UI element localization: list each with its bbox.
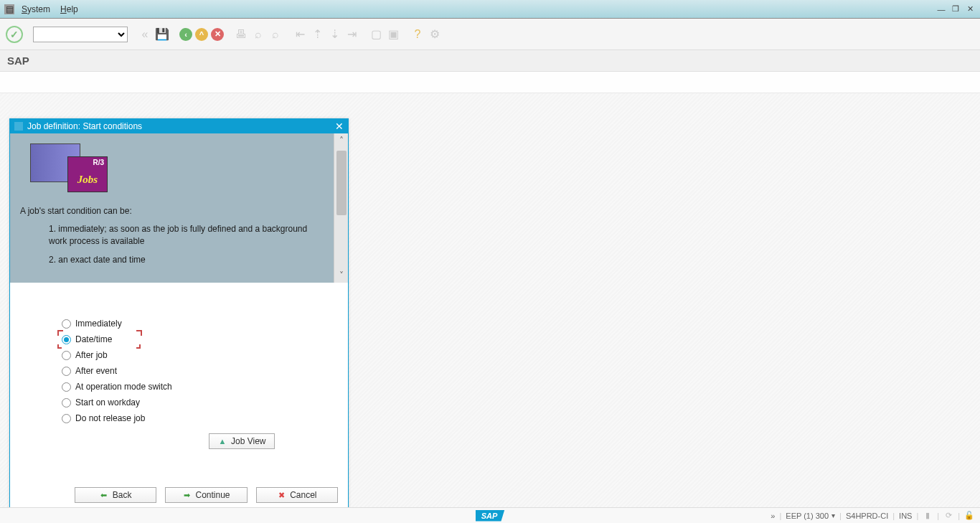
status-signal-icon: ▮ (923, 511, 933, 521)
toolbar: ✓ « 💾 ‹ ^ ✕ 🖶 ⌕ ⌕ ⇤ ⇡ ⇣ ⇥ ▢ ▣ ? ⚙ (0, 19, 980, 50)
enter-button[interactable]: ✓ (6, 26, 23, 43)
dialog-button-row: ⬅ Back ➡ Continue ✖ Cancel (10, 487, 348, 503)
status-more[interactable]: » (771, 512, 775, 520)
back-label: Back (113, 490, 132, 500)
status-mode: INS (899, 512, 912, 520)
info-graphic: R/3 Jobs (20, 141, 106, 192)
cancel-label: Cancel (290, 490, 316, 500)
menu-system[interactable]: System (22, 4, 50, 14)
cancel-button[interactable]: ✖ Cancel (256, 487, 338, 503)
radio-after-event[interactable]: After event (62, 363, 305, 379)
info-panel: R/3 Jobs A job's start condition can be:… (10, 133, 348, 283)
radio-label-afterevent: After event (75, 366, 117, 376)
info-heading: A job's start condition can be: (20, 205, 324, 217)
radio-after-job[interactable]: After job (62, 347, 305, 363)
continue-arrow-icon: ➡ (182, 491, 191, 499)
statusbar: SAP » | EEP (1) 300 ▾ | S4HPRD-CI | INS … (0, 507, 980, 523)
radio-label-opmode: At operation mode switch (75, 382, 172, 392)
status-sync-icon: ⟳ (943, 511, 953, 521)
scroll-up-icon[interactable]: ˄ (334, 133, 348, 148)
exit-icon[interactable]: ^ (195, 28, 208, 41)
radio-label-immediately: Immediately (75, 319, 122, 329)
graphic-jobs-label: Jobs (68, 168, 107, 192)
dialog-title-text: Job definition: Start conditions (27, 121, 142, 131)
back-arrow-icon: ⬅ (100, 491, 108, 499)
radio-datetime[interactable]: Date/time (62, 331, 305, 347)
cancel-x-icon: ✖ (277, 491, 286, 499)
dialog-job-start-conditions: Job definition: Start conditions ✕ R/3 J… (9, 118, 349, 509)
cancel-icon[interactable]: ✕ (211, 28, 224, 41)
dialog-close-button[interactable]: ✕ (335, 121, 344, 132)
print-icon[interactable]: 🖶 (234, 27, 248, 42)
radio-group: Immediately Date/time After job After ev… (10, 283, 348, 456)
radio-immediately[interactable]: Immediately (62, 316, 305, 331)
radio-label-datetime: Date/time (75, 334, 112, 344)
job-view-icon: ▲ (218, 437, 227, 446)
radio-label-afterjob: After job (75, 350, 108, 360)
next-page-icon[interactable]: ⇣ (327, 27, 341, 42)
dialog-icon (14, 122, 23, 131)
radio-label-norelease: Do not release job (75, 413, 145, 423)
minimize-button[interactable]: — (936, 4, 947, 14)
status-lock-icon: 🔓 (964, 511, 974, 521)
info-item-1: 1. immediately; as soon as the job is fu… (49, 223, 324, 248)
find-icon[interactable]: ⌕ (251, 27, 265, 42)
shortcut-icon[interactable]: ▣ (386, 27, 400, 42)
job-view-label: Job View (231, 436, 265, 446)
status-host: S4HPRD-CI (846, 512, 888, 520)
find-next-icon[interactable]: ⌕ (268, 27, 283, 42)
back-icon[interactable]: ‹ (179, 28, 192, 41)
chevron-down-icon[interactable]: ▾ (831, 512, 835, 519)
customize-icon[interactable]: ⚙ (428, 27, 442, 42)
first-page-icon[interactable]: ⇤ (293, 27, 307, 42)
help-icon[interactable]: ? (410, 27, 425, 42)
new-session-icon[interactable]: ▢ (369, 27, 383, 42)
radio-label-workday: Start on workday (75, 397, 140, 407)
radio-norelease[interactable]: Do not release job (62, 410, 305, 426)
restore-button[interactable]: ❐ (950, 4, 961, 14)
prev-page-icon[interactable]: ⇡ (310, 27, 324, 42)
sub-toolbar (0, 72, 980, 93)
sap-logo: SAP (476, 510, 505, 522)
save-icon[interactable]: 💾 (155, 27, 169, 42)
scroll-down-icon[interactable]: ˅ (334, 268, 348, 283)
info-item-2: 2. an exact date and time (49, 254, 324, 266)
close-window-button[interactable]: ✕ (964, 4, 976, 14)
radio-opmode[interactable]: At operation mode switch (62, 379, 305, 395)
back-button[interactable]: ⬅ Back (75, 487, 156, 503)
last-page-icon[interactable]: ⇥ (344, 27, 359, 42)
job-view-button[interactable]: ▲ Job View (209, 433, 275, 449)
nav-first-icon[interactable]: « (138, 27, 152, 42)
status-client[interactable]: EEP (1) 300 (786, 512, 829, 520)
window-icon[interactable]: ▤ (4, 4, 14, 14)
menu-help[interactable]: Help (60, 4, 78, 14)
command-field[interactable] (33, 27, 128, 42)
app-title: SAP (7, 55, 29, 67)
graphic-r3-label: R/3 (68, 157, 107, 168)
dialog-titlebar: Job definition: Start conditions ✕ (10, 119, 348, 133)
continue-button[interactable]: ➡ Continue (165, 487, 247, 503)
info-scrollbar[interactable]: ˄ ˅ (334, 133, 348, 283)
main-area: Job definition: Start conditions ✕ R/3 J… (0, 93, 980, 507)
menubar: ▤ System Help — ❐ ✕ (0, 0, 980, 19)
continue-label: Continue (195, 490, 230, 500)
radio-workday[interactable]: Start on workday (62, 395, 305, 410)
app-title-bar: SAP (0, 50, 980, 72)
scroll-thumb[interactable] (336, 151, 347, 215)
